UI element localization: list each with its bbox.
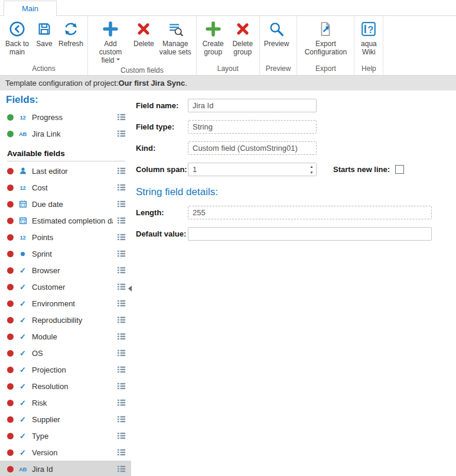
field-name-input[interactable]	[188, 99, 317, 112]
header-suffix: .	[185, 79, 187, 88]
sidebar-field-row[interactable]: ✓Environment	[0, 295, 131, 312]
group-label-preview: Preview	[260, 64, 297, 75]
drag-handle-icon[interactable]	[117, 113, 126, 121]
field-label: Reproducibility	[32, 316, 113, 325]
fields-sidebar: Fields: 12ProgressABJira Link Available …	[0, 90, 131, 476]
sidebar-field-row[interactable]: ABJira Link	[0, 125, 131, 142]
checkmark-icon: ✓	[18, 399, 28, 407]
button-label: Save	[36, 40, 52, 48]
refresh-button[interactable]: Refresh	[56, 18, 86, 49]
field-label: Resolution	[32, 382, 113, 391]
sidebar-field-row[interactable]: ✓Module	[0, 328, 131, 345]
status-circle	[7, 168, 14, 174]
sidebar-field-row[interactable]: ✓Supplier	[0, 411, 131, 428]
field-label: Supplier	[32, 415, 113, 424]
field-label: Jira Id	[32, 465, 113, 474]
sidebar-field-row[interactable]: ✓Risk	[0, 394, 131, 411]
fields-heading: Fields:	[6, 94, 131, 106]
aqua-wiki-button[interactable]: ? aqua Wiki	[356, 18, 381, 57]
save-button[interactable]: Save	[32, 18, 56, 49]
sidebar-field-row[interactable]: ✓Resolution	[0, 378, 131, 394]
numeric-field-icon: 12	[18, 184, 28, 191]
drag-handle-icon[interactable]	[117, 349, 126, 357]
default-value-input[interactable]	[188, 227, 432, 241]
sidebar-field-row[interactable]: ✓Projection	[0, 361, 131, 378]
drag-handle-icon[interactable]	[117, 332, 126, 341]
drag-handle-icon[interactable]	[117, 233, 126, 241]
drag-handle-icon[interactable]	[117, 432, 126, 440]
status-circle	[7, 449, 14, 456]
column-span-input[interactable]	[188, 163, 317, 176]
manage-value-sets-button[interactable]: Manage value sets	[157, 18, 194, 57]
sidebar-field-row[interactable]: 12Progress	[0, 109, 131, 125]
preview-button[interactable]: Preview	[262, 18, 292, 49]
drag-handle-icon[interactable]	[117, 465, 126, 473]
sidebar-field-row[interactable]: Last editor	[0, 163, 131, 179]
drag-handle-icon[interactable]	[117, 183, 126, 192]
add-custom-field-button[interactable]: Add custom field	[90, 18, 131, 66]
starts-new-line-checkbox[interactable]	[395, 165, 404, 174]
checkmark-icon: ✓	[18, 316, 28, 325]
sidebar-field-row[interactable]: ✓Version	[0, 444, 131, 461]
drag-handle-icon[interactable]	[117, 299, 126, 307]
length-label: Length:	[136, 208, 188, 217]
drag-handle-icon[interactable]	[117, 399, 126, 407]
field-type-input[interactable]	[188, 120, 317, 134]
tab-main[interactable]: Main	[4, 1, 57, 16]
drag-handle-icon[interactable]	[117, 283, 126, 291]
column-span-label: Column span:	[136, 165, 188, 174]
field-label: Type	[32, 432, 113, 441]
sidebar-field-row[interactable]: Sprint	[0, 245, 131, 262]
sidebar-field-row[interactable]: 12Points	[0, 229, 131, 245]
sidebar-field-row[interactable]: 12Cost	[0, 179, 131, 196]
kind-input[interactable]	[188, 141, 317, 155]
sidebar-field-row[interactable]: ✓Browser	[0, 262, 131, 279]
status-circle	[7, 218, 14, 224]
status-circle	[7, 383, 14, 390]
create-group-button[interactable]: Create group	[198, 18, 228, 57]
spinner-down-button[interactable]: ▼	[307, 170, 316, 176]
sidebar-field-row[interactable]: ✓Reproducibility	[0, 312, 131, 328]
sidebar-field-row[interactable]: Due date	[0, 196, 131, 212]
delete-custom-field-button[interactable]: Delete	[131, 18, 157, 49]
drag-handle-icon[interactable]	[117, 200, 126, 208]
drag-handle-icon[interactable]	[117, 129, 126, 138]
add-plus-icon	[102, 20, 119, 38]
drag-handle-icon[interactable]	[117, 382, 126, 390]
spinner-up-button[interactable]: ▲	[307, 163, 316, 170]
checkmark-icon: ✓	[18, 332, 28, 341]
sidebar-field-row[interactable]: Estimated completion date	[0, 212, 131, 229]
svg-text:?: ?	[368, 25, 374, 35]
length-input[interactable]	[188, 206, 432, 219]
ribbon-group-preview: Preview Preview	[260, 16, 298, 75]
status-circle	[7, 131, 14, 137]
drag-handle-icon[interactable]	[117, 266, 126, 274]
sidebar-field-row[interactable]: ✓Type	[0, 428, 131, 444]
sidebar-field-row[interactable]: ✓Customer	[0, 279, 131, 295]
status-circle	[7, 317, 14, 323]
ribbon-group-export: Export Configuration Export	[297, 16, 354, 75]
status-circle	[7, 416, 14, 423]
status-circle	[7, 251, 14, 257]
delete-group-button[interactable]: Delete group	[228, 18, 258, 57]
content-area: Fields: 12ProgressABJira Link Available …	[0, 90, 456, 476]
back-to-main-button[interactable]: Back to main	[2, 18, 32, 57]
field-label: Projection	[32, 365, 113, 374]
splitter-collapse-arrow[interactable]	[128, 286, 132, 292]
field-label: Progress	[32, 113, 113, 122]
field-label: Version	[32, 448, 113, 457]
group-label-help: Help	[354, 64, 383, 75]
export-configuration-button[interactable]: Export Configuration	[299, 18, 352, 57]
drag-handle-icon[interactable]	[117, 448, 126, 456]
drag-handle-icon[interactable]	[117, 167, 126, 175]
drag-handle-icon[interactable]	[117, 216, 126, 225]
drag-handle-icon[interactable]	[117, 250, 126, 258]
sidebar-field-row[interactable]: ABJira Id	[0, 461, 131, 476]
ribbon-group-layout: Create group Delete group Layout	[197, 16, 260, 75]
sidebar-field-row[interactable]: ✓OS	[0, 345, 131, 361]
field-details-panel: Field name: Field type: Kind: Column spa…	[131, 90, 456, 476]
group-label-layout: Layout	[197, 64, 259, 75]
drag-handle-icon[interactable]	[117, 365, 126, 374]
drag-handle-icon[interactable]	[117, 415, 126, 423]
drag-handle-icon[interactable]	[117, 316, 126, 324]
